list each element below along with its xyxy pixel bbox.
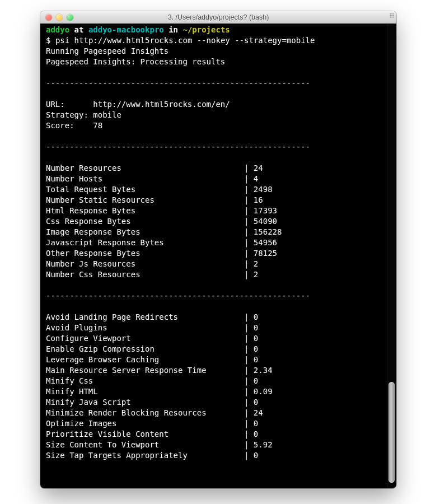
terminal-window: 3. /Users/addyo/projects? (bash) addyo a… bbox=[40, 11, 396, 488]
prompt-at: at bbox=[69, 25, 88, 34]
stat-row: Number Css Resources | 2 bbox=[46, 270, 258, 279]
prompt-in: in bbox=[164, 25, 183, 34]
rule-row: Main Resource Server Response Time | 2.3… bbox=[46, 366, 273, 375]
rule-row: Prioritize Visible Content | 0 bbox=[46, 430, 258, 438]
rule-row: Minify Css | 0 bbox=[46, 376, 258, 385]
command-line: psi http://www.html5rocks.com --nokey --… bbox=[55, 36, 315, 45]
stat-row: Javascript Response Bytes | 54956 bbox=[46, 238, 277, 247]
divider: ----------------------------------------… bbox=[46, 78, 310, 87]
summary-url: URL: http://www.html5rocks.com/en/ bbox=[46, 100, 230, 109]
vertical-scrollbar[interactable] bbox=[387, 24, 396, 488]
divider: ----------------------------------------… bbox=[46, 142, 310, 151]
minimize-icon[interactable] bbox=[56, 14, 63, 21]
rule-row: Avoid Plugins | 0 bbox=[46, 323, 258, 332]
rule-row: Size Content To Viewport | 5.92 bbox=[46, 440, 273, 449]
summary-strategy: Strategy: mobile bbox=[46, 110, 121, 119]
summary-score: Score: 78 bbox=[46, 121, 102, 130]
rule-row: Minify HTML | 0.09 bbox=[46, 387, 273, 396]
rule-row: Enable Gzip Compression | 0 bbox=[46, 344, 258, 353]
window-title: 3. /Users/addyo/projects? (bash) bbox=[40, 13, 396, 21]
window-controls bbox=[45, 14, 73, 21]
close-icon[interactable] bbox=[45, 14, 52, 21]
scrollbar-thumb[interactable] bbox=[388, 382, 395, 483]
rule-row: Avoid Landing Page Redirects | 0 bbox=[46, 312, 258, 321]
stat-row: Number Js Resources | 2 bbox=[46, 259, 258, 268]
prompt-path: ~/projects bbox=[182, 25, 230, 34]
rule-row: Optimize Images | 0 bbox=[46, 419, 258, 428]
rule-row: Leverage Browser Caching | 0 bbox=[46, 355, 258, 364]
stat-row: Number Hosts | 4 bbox=[46, 174, 258, 183]
rule-row: Configure Viewport | 0 bbox=[46, 334, 258, 343]
prompt-symbol: $ bbox=[46, 36, 50, 45]
fullscreen-icon[interactable] bbox=[387, 13, 394, 20]
stat-row: Number Resources | 24 bbox=[46, 164, 263, 172]
stat-row: Image Response Bytes | 156228 bbox=[46, 227, 282, 236]
stat-row: Html Response Bytes | 17393 bbox=[46, 206, 277, 215]
prompt-host: addyo-macbookpro bbox=[88, 25, 164, 34]
status-processing: Pagespeed Insights: Processing results bbox=[46, 57, 225, 66]
stat-row: Total Request Bytes | 2498 bbox=[46, 185, 273, 194]
divider: ----------------------------------------… bbox=[46, 291, 310, 300]
rule-row: Minimize Render Blocking Resources | 24 bbox=[46, 408, 263, 417]
terminal-body[interactable]: addyo at addyo-macbookpro in ~/projects … bbox=[40, 24, 396, 488]
stat-row: Number Static Resources | 16 bbox=[46, 195, 263, 204]
stat-row: Other Response Bytes | 78125 bbox=[46, 249, 277, 258]
rule-row: Size Tap Targets Appropriately | 0 bbox=[46, 451, 258, 460]
titlebar[interactable]: 3. /Users/addyo/projects? (bash) bbox=[40, 11, 396, 24]
prompt-user: addyo bbox=[46, 25, 69, 34]
zoom-icon[interactable] bbox=[67, 14, 73, 21]
status-running: Running Pagespeed Insights bbox=[46, 46, 168, 55]
stat-row: Css Response Bytes | 54090 bbox=[46, 217, 277, 226]
rule-row: Minify Java Script | 0 bbox=[46, 398, 258, 407]
